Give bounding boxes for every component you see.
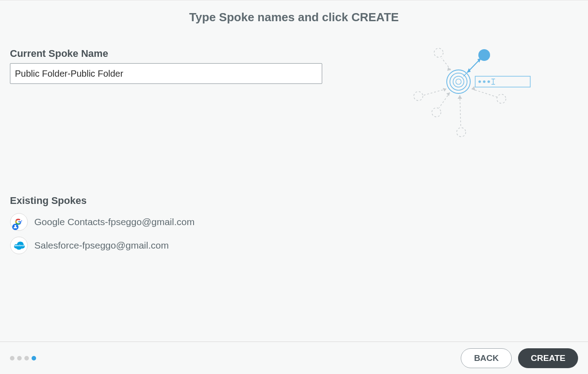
svg-point-27 (497, 94, 506, 103)
svg-line-29 (472, 89, 497, 97)
svg-point-18 (414, 92, 423, 101)
svg-marker-22 (446, 92, 450, 96)
existing-spokes-title: Existing Spokes (10, 195, 578, 207)
step-dot-2 (17, 356, 22, 360)
existing-spokes-section: Existing Spokes Google Contacts-fpseggo@… (10, 195, 578, 254)
svg-point-24 (457, 128, 466, 137)
existing-spoke-label: Google Contacts-fpseggo@gmail.com (34, 217, 194, 227)
progress-stepper (10, 356, 36, 360)
spoke-name-label: Current Spoke Name (10, 48, 578, 60)
svg-line-20 (424, 89, 446, 95)
google-contacts-icon (10, 213, 28, 231)
step-dot-1 (10, 356, 14, 360)
svg-line-26 (460, 95, 461, 127)
form-section: Current Spoke Name (10, 48, 578, 84)
footer-buttons: BACK CREATE (461, 348, 578, 368)
svg-point-32 (14, 225, 16, 227)
svg-line-23 (439, 92, 450, 108)
existing-spoke-label: Salesforce-fpseggo@gmail.com (34, 240, 169, 251)
salesforce-icon: salesforce (10, 236, 28, 254)
existing-spoke-row: Google Contacts-fpseggo@gmail.com (10, 213, 578, 231)
step-dot-3 (24, 356, 29, 360)
svg-point-21 (432, 108, 441, 117)
svg-marker-19 (443, 88, 446, 92)
existing-spoke-row: salesforce Salesforce-fpseggo@gmail.com (10, 236, 578, 254)
svg-marker-25 (458, 95, 462, 99)
page-title: Type Spoke names and click CREATE (10, 10, 578, 24)
footer-bar: BACK CREATE (0, 342, 588, 374)
create-button[interactable]: CREATE (518, 348, 578, 368)
svg-marker-28 (472, 86, 475, 91)
content-area: Type Spoke names and click CREATE Curren… (0, 0, 588, 342)
back-button[interactable]: BACK (461, 348, 512, 368)
svg-text:salesforce: salesforce (14, 244, 25, 247)
spoke-name-input[interactable] (10, 63, 322, 84)
step-dot-4 (32, 356, 36, 360)
